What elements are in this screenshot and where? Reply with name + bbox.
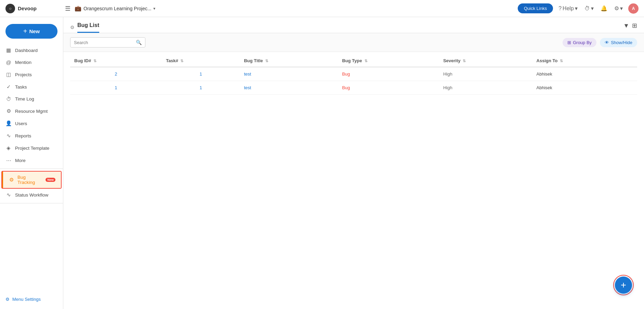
filter-icon: ▼ bbox=[623, 22, 629, 29]
col-severity: Severity ⇅ bbox=[439, 55, 532, 67]
project-name: Orangescrum Learning Projec... bbox=[83, 6, 151, 11]
cell-assign-to: Abhisek bbox=[532, 81, 637, 95]
sidebar-label-reports: Reports bbox=[15, 133, 31, 138]
bug-id-link[interactable]: 2 bbox=[115, 71, 117, 77]
sidebar-item-project-template[interactable]: ◈ Project Template bbox=[0, 142, 63, 154]
group-by-icon: ⊞ bbox=[567, 40, 571, 45]
show-hide-button[interactable]: 👁 Show/Hide bbox=[600, 38, 637, 47]
bug-id-link[interactable]: 1 bbox=[115, 85, 117, 90]
plus-icon: + bbox=[23, 27, 27, 35]
show-hide-label: Show/Hide bbox=[611, 40, 632, 45]
col-assign-to: Assign To ⇅ bbox=[532, 55, 637, 67]
sidebar-item-timelog[interactable]: ⏱ Time Log bbox=[0, 93, 63, 105]
col-bug-type: Bug Type ⇅ bbox=[338, 55, 439, 67]
col-bug-title: Bug Title ⇅ bbox=[240, 55, 338, 67]
sidebar-item-reports[interactable]: ∿ Reports bbox=[0, 130, 63, 142]
col-severity-label: Severity bbox=[443, 58, 461, 63]
projects-icon: ◫ bbox=[5, 71, 12, 78]
sidebar-label-bug-tracking: Bug Tracking bbox=[17, 175, 41, 185]
status-icon: ∿ bbox=[5, 192, 12, 198]
users-icon: 👤 bbox=[5, 120, 12, 126]
timer-button[interactable]: ⏱ ▾ bbox=[583, 4, 595, 13]
table-row: 1 1 test Bug High Abhisek bbox=[70, 81, 637, 95]
search-icon: 🔍 bbox=[136, 40, 142, 45]
new-button-label: New bbox=[29, 28, 40, 34]
avatar[interactable]: A bbox=[628, 3, 639, 14]
bug-table: Bug ID# ⇅ Task# ⇅ Bug Title ⇅ Bug Type bbox=[70, 55, 637, 95]
sidebar-label-mention: Mention bbox=[15, 60, 31, 65]
chevron-down-icon: ▾ bbox=[153, 6, 155, 11]
gear-icon: ⚙ bbox=[614, 5, 619, 12]
sidebar-item-mention[interactable]: @ Mention bbox=[0, 56, 63, 68]
resource-icon: ⚙ bbox=[5, 108, 12, 114]
quick-links-button[interactable]: Quick Links bbox=[518, 3, 553, 13]
sidebar-item-bug-tracking[interactable]: ⚙ Bug Tracking New bbox=[2, 172, 61, 188]
main-layout: + New ▦ Dashboard @ Mention ◫ Projects ✓… bbox=[0, 17, 644, 309]
bug-title-link[interactable]: test bbox=[244, 71, 251, 77]
filter-button[interactable]: ▼ bbox=[623, 22, 629, 29]
group-by-button[interactable]: ⊞ Group By bbox=[563, 38, 596, 47]
grid-view-button[interactable]: ⊞ bbox=[632, 22, 637, 29]
group-by-label: Group By bbox=[573, 40, 592, 45]
sidebar-label-tasks: Tasks bbox=[15, 84, 27, 90]
cell-bug-type: Bug bbox=[338, 67, 439, 81]
task-num-link[interactable]: 1 bbox=[199, 71, 202, 77]
cell-task-num: 1 bbox=[162, 67, 240, 81]
toolbar: 🔍 ⊞ Group By 👁 Show/Hide bbox=[63, 33, 644, 52]
timelog-icon: ⏱ bbox=[5, 96, 12, 102]
search-input[interactable] bbox=[74, 40, 136, 45]
bug-title-link[interactable]: test bbox=[244, 85, 251, 90]
toolbar-right: ⊞ Group By 👁 Show/Hide bbox=[563, 38, 637, 47]
main-content: ⚙ Bug List ▼ ⊞ 🔍 ⊞ bbox=[63, 17, 644, 309]
sidebar-item-dashboard[interactable]: ▦ Dashboard bbox=[0, 44, 63, 56]
sidebar-divider bbox=[0, 169, 63, 169]
sidebar-item-resource-mgmt[interactable]: ⚙ Resource Mgmt bbox=[0, 105, 63, 117]
template-icon: ◈ bbox=[5, 145, 12, 151]
help-button[interactable]: ? Help ▾ bbox=[557, 4, 579, 13]
help-icon: ? bbox=[558, 5, 562, 12]
hamburger-button[interactable]: ☰ bbox=[64, 3, 72, 14]
fab-container: + bbox=[613, 275, 634, 295]
sidebar-item-tasks[interactable]: ✓ Tasks bbox=[0, 81, 63, 93]
sort-icon-severity: ⇅ bbox=[463, 59, 466, 63]
sidebar-item-projects[interactable]: ◫ Projects bbox=[0, 68, 63, 81]
page-title-icon: ⚙ bbox=[70, 25, 75, 30]
sidebar-item-status-workflow[interactable]: ∿ Status Workflow bbox=[0, 189, 63, 201]
bug-tracking-icon: ⚙ bbox=[9, 177, 14, 183]
col-bug-id-label: Bug ID# bbox=[74, 58, 91, 63]
task-num-link[interactable]: 1 bbox=[199, 85, 202, 90]
cell-bug-id: 1 bbox=[70, 81, 162, 95]
table-row: 2 1 test Bug High Abhisek bbox=[70, 67, 637, 81]
mention-icon: @ bbox=[5, 59, 12, 65]
reports-icon: ∿ bbox=[5, 133, 12, 139]
sidebar-item-bug-tracking-wrapper: ⚙ Bug Tracking New bbox=[1, 171, 62, 189]
more-icon: ⋯ bbox=[5, 157, 12, 163]
settings-chevron-icon: ▾ bbox=[620, 5, 623, 12]
bell-icon: 🔔 bbox=[601, 5, 607, 12]
sidebar-label-status: Status Workflow bbox=[15, 192, 48, 198]
cell-bug-id: 2 bbox=[70, 67, 162, 81]
col-bug-type-label: Bug Type bbox=[342, 58, 362, 63]
new-badge: New bbox=[46, 178, 55, 182]
project-selector[interactable]: 💼 Orangescrum Learning Projec... ▾ bbox=[75, 5, 155, 12]
page-header: ⚙ Bug List ▼ ⊞ bbox=[63, 17, 644, 33]
add-bug-fab-button[interactable]: + bbox=[615, 277, 632, 294]
sort-icon-bug-title: ⇅ bbox=[265, 59, 268, 63]
timer-icon: ⏱ bbox=[584, 5, 590, 12]
bug-table-area: Bug ID# ⇅ Task# ⇅ Bug Title ⇅ Bug Type bbox=[63, 52, 644, 309]
sidebar-label-resource: Resource Mgmt bbox=[15, 109, 48, 114]
brand-name: Devoop bbox=[18, 5, 37, 11]
menu-settings-link[interactable]: ⚙ Menu Settings bbox=[0, 294, 63, 305]
help-chevron-icon: ▾ bbox=[575, 5, 578, 12]
sidebar-item-more[interactable]: ⋯ More bbox=[0, 154, 63, 166]
cell-bug-title: test bbox=[240, 67, 338, 81]
sort-icon-bug-id: ⇅ bbox=[93, 59, 96, 63]
search-button[interactable]: 🔍 bbox=[136, 40, 142, 45]
sort-icon-assign-to: ⇅ bbox=[560, 59, 563, 63]
settings-button[interactable]: ⚙ ▾ bbox=[613, 4, 624, 13]
new-button[interactable]: + New bbox=[5, 24, 57, 39]
cell-bug-type: Bug bbox=[338, 81, 439, 95]
notifications-button[interactable]: 🔔 bbox=[599, 4, 609, 13]
sidebar-item-users[interactable]: 👤 Users bbox=[0, 117, 63, 130]
col-task-num: Task# ⇅ bbox=[162, 55, 240, 67]
